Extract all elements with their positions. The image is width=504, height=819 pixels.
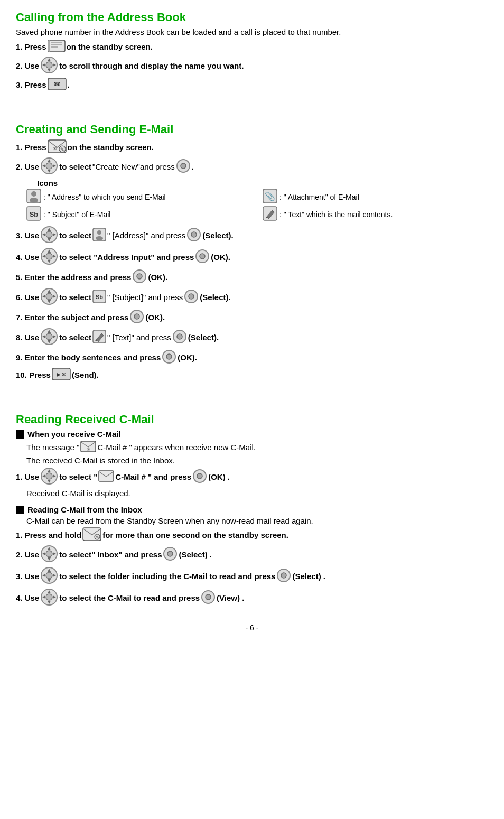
- email-step7: 7. Enter the subject and press (OK).: [16, 309, 488, 325]
- icon-entry-attachment: 📎 : " Attachment" of E-Mail: [263, 189, 488, 205]
- ok-circle-icon-4: [195, 249, 210, 265]
- step-num: 2. Use: [16, 550, 39, 559]
- ok-circle-icon-8: [172, 329, 187, 346]
- subsection1-title-text: When you receive C-Mail: [27, 430, 121, 439]
- svg-text:☎: ☎: [53, 81, 61, 87]
- svg-point-55: [46, 293, 52, 300]
- svg-point-53: [137, 274, 142, 279]
- step-num: 1. Use: [16, 472, 39, 481]
- cmail-icon-desc: ✉: [80, 441, 96, 454]
- svg-text:▶ ✉: ▶ ✉: [57, 371, 67, 377]
- mail-compose-icon: ✉ ✎: [48, 139, 67, 155]
- step-text: to scroll through and display the name y…: [59, 61, 244, 70]
- nav-icon-i3: [40, 566, 58, 586]
- section1-step3: 3. Press ☎ .: [16, 78, 488, 92]
- ok-circle-icon: [176, 159, 191, 175]
- receive-desc2: The received C-Mail is stored in the Inb…: [26, 456, 488, 465]
- svg-text:📎: 📎: [265, 191, 275, 201]
- subsection2-title-text: Reading C-Mail from the Inbox: [27, 505, 142, 514]
- receive-desc1: The message " ✉ C-Mail # " appears when …: [26, 441, 488, 454]
- step-text: (Select).: [200, 293, 230, 302]
- svg-rect-87: [99, 471, 114, 481]
- section2-title: Creating and Sending E-Mail: [16, 123, 488, 136]
- ok-circle-icon-3: [186, 227, 201, 244]
- step-text: (Select) .: [292, 572, 325, 581]
- svg-rect-0: [48, 40, 65, 52]
- icons-grid: : " Address" to which you send E-Mail 📎 …: [26, 189, 488, 222]
- step-text: (Send).: [72, 370, 99, 379]
- step-num: 3. Press: [16, 80, 46, 89]
- step-num: 4. Use: [16, 593, 39, 602]
- bullet-icon2: [16, 506, 24, 514]
- step-text: (View) .: [217, 593, 244, 602]
- step-text: to select: [59, 162, 91, 171]
- quote-create-new: "Create New"and press: [92, 162, 175, 171]
- step-text: .: [68, 80, 70, 89]
- divider2: [16, 397, 488, 403]
- subsection-receive: When you receive C-Mail The message " ✉ …: [16, 430, 488, 498]
- section-cmail: Reading Received C-Mail When you receive…: [16, 413, 488, 608]
- svg-text:✎: ✎: [96, 535, 99, 540]
- subsection2-title: Reading C-Mail from the Inbox: [16, 505, 488, 514]
- step-num: 7. Enter the subject and press: [16, 313, 128, 322]
- step-text: to select: [59, 293, 91, 302]
- email-step5: 5. Enter the address and press (OK).: [16, 269, 488, 285]
- step-text: to select "Address Input" and press: [59, 253, 194, 262]
- svg-point-24: [181, 163, 186, 169]
- step-num: 1. Press and hold: [16, 531, 81, 539]
- icons-label: Icons: [37, 179, 488, 188]
- quote-text: " [Text]" and press: [107, 333, 171, 342]
- ok-circle-icon-6: [184, 289, 199, 305]
- section1-step1: 1. Press on the standby screen.: [16, 40, 488, 54]
- svg-point-26: [31, 191, 36, 197]
- nav-icon-i2: [40, 545, 58, 564]
- step-text: to select" Inbox" and press: [59, 550, 162, 559]
- icon-subject-label: : " Subject" of E-Mail: [43, 210, 110, 219]
- inbox-desc: C-Mail can be read from the Standby Scre…: [26, 516, 488, 525]
- receive-desc1-text2: C-Mail # " appears when receive new C-Ma…: [97, 443, 256, 452]
- step-num: 2. Use: [16, 162, 39, 171]
- subject-icon: Sb: [26, 206, 41, 222]
- step-num: 9. Enter the body sentences and press: [16, 353, 161, 362]
- step-text: (OK).: [178, 353, 197, 362]
- nav-icon-6: [40, 287, 58, 307]
- svg-point-27: [30, 198, 38, 203]
- step-text: to select ": [59, 472, 97, 481]
- step-num: 6. Use: [16, 293, 39, 302]
- svg-text:Sb: Sb: [30, 210, 39, 218]
- step-text: to select the folder including the C-Mai…: [59, 572, 275, 581]
- svg-point-100: [167, 551, 173, 556]
- svg-point-110: [46, 594, 52, 600]
- svg-point-74: [177, 334, 182, 339]
- svg-rect-4: [48, 40, 50, 52]
- svg-point-65: [134, 314, 139, 319]
- nav-scroll-icon: [40, 56, 58, 76]
- icon-entry-person: : " Address" to which you send E-Mail: [26, 189, 252, 205]
- quote-subject: " [Subject]" and press: [107, 293, 183, 302]
- svg-text:✉: ✉: [87, 448, 90, 451]
- step-num: 1. Press: [16, 143, 46, 152]
- divider1: [16, 107, 488, 113]
- section1-step2: 2. Use to scroll through and display the…: [16, 56, 488, 76]
- inbox-step4: 4. Use to select the C-Mail to read and …: [16, 588, 488, 608]
- svg-text:Sb: Sb: [96, 294, 103, 300]
- step-text: to select the C-Mail to read and press: [59, 593, 200, 602]
- receive-step1-result: Received C-Mail is displayed.: [26, 489, 488, 498]
- nav-icon-4: [40, 247, 58, 267]
- step-text: (OK).: [145, 313, 165, 322]
- pencil-icon: [263, 206, 277, 222]
- ok-circle-i3: [276, 568, 291, 584]
- step-num: 1. Press: [16, 42, 46, 51]
- inbox-step1: 1. Press and hold ✎ for more than one se…: [16, 527, 488, 543]
- receive-desc2-text: The received C-Mail is stored in the Inb…: [26, 456, 175, 465]
- svg-point-40: [97, 230, 101, 235]
- icon-entry-text: : " Text" which is the mail contents.: [263, 206, 488, 222]
- step-text: to select: [59, 333, 91, 342]
- receive-desc1-text: The message ": [26, 443, 79, 452]
- step-text: (OK).: [148, 273, 167, 282]
- step-num: 10. Press: [16, 370, 51, 379]
- subject-icon-inline: Sb: [92, 290, 106, 305]
- pencil-icon-inline: [92, 330, 106, 345]
- svg-point-89: [197, 473, 202, 479]
- subsection1-title: When you receive C-Mail: [16, 430, 488, 439]
